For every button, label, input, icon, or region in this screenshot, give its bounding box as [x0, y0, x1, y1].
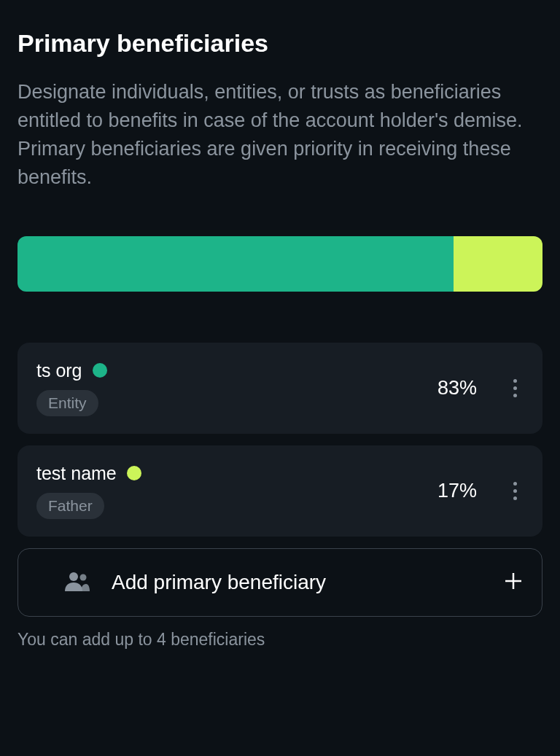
beneficiary-percent: 17% — [438, 480, 477, 502]
beneficiary-type-tag: Father — [36, 493, 104, 519]
beneficiary-card: test name Father 17% — [18, 445, 542, 537]
beneficiary-name: test name — [36, 463, 117, 484]
color-dot-icon — [93, 363, 107, 378]
beneficiary-percent: 83% — [438, 377, 477, 400]
plus-icon — [504, 571, 523, 594]
beneficiary-type-tag: Entity — [36, 390, 98, 416]
progress-segment-1 — [18, 236, 454, 292]
progress-segment-2 — [454, 236, 542, 292]
people-icon — [65, 571, 90, 594]
page-title: Primary beneficiaries — [18, 29, 542, 58]
color-dot-icon — [127, 466, 141, 480]
allocation-progress-bar — [18, 236, 542, 292]
beneficiary-name: ts org — [36, 360, 82, 381]
page-description: Designate individuals, entities, or trus… — [18, 78, 542, 192]
more-options-button[interactable] — [506, 373, 524, 402]
more-options-button[interactable] — [506, 476, 524, 505]
footer-note: You can add up to 4 beneficiaries — [18, 630, 542, 650]
beneficiary-card: ts org Entity 83% — [18, 343, 542, 434]
add-button-label: Add primary beneficiary — [112, 571, 326, 594]
add-primary-beneficiary-button[interactable]: Add primary beneficiary — [18, 548, 542, 617]
svg-point-1 — [80, 574, 87, 580]
svg-point-0 — [69, 572, 78, 581]
